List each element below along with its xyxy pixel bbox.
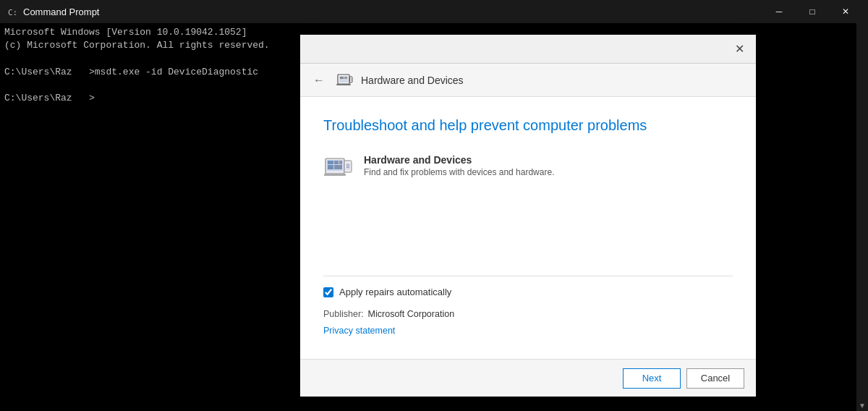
checkbox-label: Apply repairs automatically [339,287,451,297]
maximize-button[interactable]: □ [796,0,829,23]
cmd-titlebar: C:\ Command Prompt ─ □ ✕ [0,0,868,23]
hardware-item-icon [323,154,354,185]
item-title: Hardware and Devices [364,154,554,166]
item-description: Find and fix problems with devices and h… [364,167,554,177]
cmd-icon: C:\ [6,5,19,18]
troubleshooter-item-text: Hardware and Devices Find and fix proble… [364,154,554,177]
svg-rect-12 [334,161,339,164]
dialog-footer-section: Apply repairs automatically Publisher: M… [323,276,733,347]
svg-rect-16 [324,174,346,176]
publisher-row: Publisher: Microsoft Corporation [323,309,733,319]
svg-rect-20 [346,166,349,168]
cmd-window-buttons: ─ □ ✕ [762,0,862,23]
hardware-nav-icon [336,72,354,89]
dialog-titlebar: ✕ [300,35,756,64]
svg-text:C:\: C:\ [8,8,18,17]
cmd-close-button[interactable]: ✕ [829,0,862,23]
dialog-close-button[interactable]: ✕ [728,38,750,60]
cancel-button[interactable]: Cancel [686,368,744,389]
next-button[interactable]: Next [623,368,681,389]
troubleshooter-item: Hardware and Devices Find and fix proble… [323,154,733,185]
minimize-button[interactable]: ─ [762,0,796,23]
checkbox-row: Apply repairs automatically [323,287,733,297]
dialog-nav-title: Hardware and Devices [361,75,464,86]
svg-rect-11 [328,161,333,164]
svg-rect-19 [346,164,349,166]
dialog-body: Troubleshoot and help prevent computer p… [300,97,756,359]
scroll-down-arrow[interactable]: ▼ [856,399,868,411]
svg-rect-4 [340,77,344,79]
back-button[interactable]: ← [309,70,329,90]
dialog-heading: Troubleshoot and help prevent computer p… [323,117,733,134]
cmd-scrollbar[interactable]: ▼ [856,23,868,411]
dialog-actions: Next Cancel [300,359,756,397]
svg-rect-15 [334,165,342,169]
publisher-value: Microsoft Corporation [368,309,455,319]
cmd-title: Command Prompt [23,7,758,17]
dialog-navbar: ← Hardware and Devices [300,64,756,97]
publisher-label: Publisher: [323,309,364,319]
svg-rect-6 [336,84,351,85]
privacy-link[interactable]: Privacy statement [323,326,395,336]
svg-rect-14 [328,165,333,169]
svg-rect-8 [350,78,352,81]
svg-rect-13 [339,161,342,164]
troubleshooter-dialog: ✕ ← Hardware and Devices Troubleshoot an… [300,35,756,397]
apply-repairs-checkbox[interactable] [323,287,333,297]
svg-rect-5 [344,77,347,79]
